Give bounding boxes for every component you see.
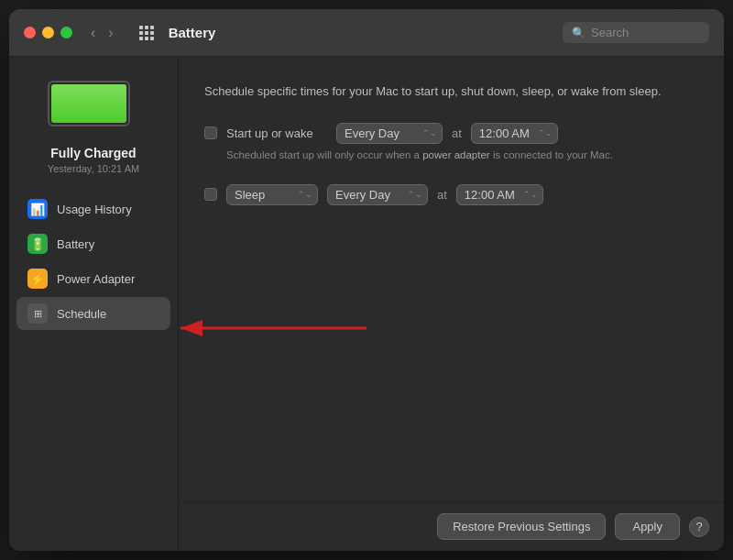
startup-label: Start up or wake bbox=[226, 126, 327, 140]
forward-button[interactable]: › bbox=[104, 23, 116, 43]
close-button[interactable] bbox=[24, 27, 36, 38]
sleep-row: Sleep Shut Down Wake Restart Every Day W… bbox=[204, 184, 696, 205]
search-box: 🔍 bbox=[563, 22, 709, 43]
sleep-checkbox[interactable] bbox=[204, 188, 217, 201]
battery-icon-container bbox=[48, 81, 139, 131]
apply-button[interactable]: Apply bbox=[615, 513, 680, 540]
sleep-at-label: at bbox=[437, 188, 447, 202]
battery-time-label: Yesterday, 10:21 AM bbox=[48, 163, 139, 174]
battery-status-label: Fully Charged bbox=[50, 146, 136, 160]
minimize-button[interactable] bbox=[42, 27, 54, 38]
help-button[interactable]: ? bbox=[689, 517, 709, 537]
back-button[interactable]: ‹ bbox=[87, 23, 99, 43]
battery-icon: 🔋 bbox=[27, 234, 48, 254]
traffic-lights bbox=[24, 27, 72, 38]
bottom-bar: Restore Previous Settings Apply ? bbox=[179, 501, 724, 551]
window: ‹ › Battery 🔍 Fully Cha bbox=[9, 9, 724, 551]
startup-frequency-wrapper: Every Day Weekdays Weekends Every Sunday… bbox=[336, 123, 443, 144]
sleep-action-select[interactable]: Sleep Shut Down Wake Restart bbox=[226, 184, 318, 205]
schedule-section: Start up or wake Every Day Weekdays Week… bbox=[204, 123, 696, 484]
restore-button[interactable]: Restore Previous Settings bbox=[437, 513, 606, 540]
usage-history-icon: 📊 bbox=[27, 199, 48, 219]
note-bold-text: power adapter bbox=[422, 149, 490, 160]
startup-schedule-block: Start up or wake Every Day Weekdays Week… bbox=[204, 123, 696, 162]
startup-time-wrapper: 12:00 AM 1:00 AM 6:00 AM bbox=[471, 123, 558, 144]
power-adapter-icon: ⚡ bbox=[27, 269, 48, 289]
search-input[interactable] bbox=[591, 26, 692, 39]
description-text: Schedule specific times for your Mac to … bbox=[204, 82, 696, 101]
startup-checkbox[interactable] bbox=[204, 126, 217, 139]
sidebar-item-battery[interactable]: 🔋 Battery bbox=[16, 227, 170, 260]
annotation-arrow bbox=[170, 312, 371, 345]
sleep-time-select[interactable]: 12:00 AM 1:00 AM 6:00 AM bbox=[456, 184, 543, 205]
power-adapter-label: Power Adapter bbox=[57, 272, 135, 286]
sleep-frequency-select[interactable]: Every Day Weekdays Weekends bbox=[327, 184, 428, 205]
battery-fill bbox=[51, 84, 126, 123]
usage-history-label: Usage History bbox=[57, 203, 132, 216]
sidebar-item-schedule[interactable]: ⊞ Schedule bbox=[16, 297, 170, 330]
schedule-icon: ⊞ bbox=[27, 303, 48, 324]
sidebar-item-power-adapter[interactable]: ⚡ Power Adapter bbox=[16, 262, 170, 295]
sleep-frequency-wrapper: Every Day Weekdays Weekends bbox=[327, 184, 428, 205]
schedule-label: Schedule bbox=[57, 307, 106, 321]
startup-row: Start up or wake Every Day Weekdays Week… bbox=[204, 123, 696, 144]
startup-frequency-select[interactable]: Every Day Weekdays Weekends Every Sunday… bbox=[336, 123, 443, 144]
nav-buttons: ‹ › bbox=[87, 23, 117, 43]
sidebar-item-usage-history[interactable]: 📊 Usage History bbox=[16, 192, 170, 225]
sidebar-nav: 📊 Usage History 🔋 Battery ⚡ Power Adapte… bbox=[9, 192, 178, 330]
startup-note: Scheduled start up will only occur when … bbox=[226, 148, 696, 162]
sleep-action-wrapper: Sleep Shut Down Wake Restart bbox=[226, 184, 318, 205]
titlebar: ‹ › Battery 🔍 bbox=[9, 9, 724, 57]
grid-button[interactable] bbox=[136, 22, 158, 44]
battery-label: Battery bbox=[57, 237, 94, 251]
sleep-schedule-block: Sleep Shut Down Wake Restart Every Day W… bbox=[204, 184, 696, 205]
sleep-time-wrapper: 12:00 AM 1:00 AM 6:00 AM bbox=[456, 184, 543, 205]
sidebar: Fully Charged Yesterday, 10:21 AM 📊 Usag… bbox=[9, 57, 179, 551]
search-icon: 🔍 bbox=[572, 27, 585, 39]
window-title: Battery bbox=[169, 25, 552, 40]
startup-time-select[interactable]: 12:00 AM 1:00 AM 6:00 AM bbox=[471, 123, 558, 144]
right-panel: Schedule specific times for your Mac to … bbox=[179, 57, 724, 501]
battery-body bbox=[48, 81, 130, 126]
startup-at-label: at bbox=[452, 126, 462, 140]
main-content: Fully Charged Yesterday, 10:21 AM 📊 Usag… bbox=[9, 57, 724, 551]
maximize-button[interactable] bbox=[60, 27, 72, 38]
